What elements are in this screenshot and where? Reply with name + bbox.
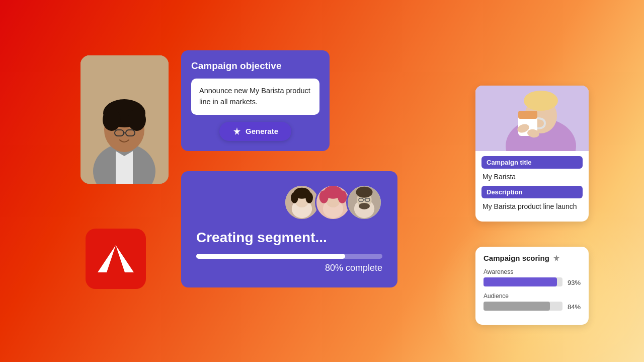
generate-button-label: Generate	[246, 127, 278, 135]
description-value: My Barista product line launch	[481, 202, 583, 210]
adobe-logo-card	[86, 229, 146, 289]
svg-point-24	[338, 190, 347, 203]
coffee-person-illustration	[475, 86, 589, 151]
person-photo-card	[80, 55, 169, 184]
svg-point-32	[359, 203, 370, 209]
sparkle-icon	[232, 127, 242, 136]
avatars-row	[196, 184, 382, 221]
awareness-percent: 93%	[566, 279, 581, 286]
adobe-logo-icon	[98, 243, 134, 274]
awareness-metric-row: 93%	[484, 277, 581, 287]
scoring-sparkle-icon	[552, 254, 560, 262]
avatar-3	[346, 184, 382, 221]
campaign-title-value: My Barista	[481, 173, 583, 181]
audience-label: Audience	[484, 293, 581, 300]
svg-point-28	[356, 187, 373, 198]
svg-point-5	[128, 109, 146, 131]
audience-bar-wrap	[484, 302, 562, 312]
awareness-bar-background	[484, 277, 562, 286]
svg-rect-38	[518, 111, 537, 119]
campaign-detail-card: Campaign title My Barista Description My…	[475, 86, 589, 222]
progress-label: 80% complete	[196, 263, 382, 273]
awareness-bar-wrap	[484, 277, 562, 287]
campaign-detail-body: Campaign title My Barista Description My…	[475, 151, 589, 222]
campaign-title-label: Campaign title	[481, 156, 583, 169]
svg-point-36	[524, 91, 558, 111]
description-label: Description	[481, 186, 583, 198]
awareness-bar-fill	[484, 277, 557, 286]
audience-metric-row: 84%	[484, 302, 581, 312]
svg-point-17	[291, 192, 298, 203]
svg-point-18	[305, 192, 313, 203]
generate-button[interactable]: Generate	[219, 122, 291, 141]
segment-card: Creating segment... 80% complete	[181, 171, 397, 287]
svg-point-23	[319, 190, 329, 203]
svg-point-4	[103, 109, 121, 131]
segment-title: Creating segment...	[196, 230, 382, 246]
audience-bar-fill	[484, 302, 550, 311]
campaign-objective-text: Announce new My Barista product line in …	[191, 79, 319, 115]
campaign-objective-card: Campaign objective Announce new My Baris…	[181, 50, 330, 151]
campaign-scoring-card: Campaign scoring Awareness 93% Audience …	[475, 247, 589, 325]
svg-marker-41	[553, 255, 559, 261]
scoring-card-title: Campaign scoring	[484, 254, 581, 262]
progress-bar-fill	[196, 254, 345, 259]
progress-bar-background	[196, 254, 382, 259]
person-illustration	[80, 55, 169, 184]
scoring-title-text: Campaign scoring	[484, 254, 549, 262]
campaign-detail-image	[475, 86, 589, 151]
svg-marker-12	[233, 127, 240, 135]
audience-percent: 84%	[566, 303, 581, 311]
campaign-objective-title: Campaign objective	[191, 60, 319, 71]
audience-bar-background	[484, 302, 562, 311]
awareness-label: Awareness	[484, 268, 581, 275]
